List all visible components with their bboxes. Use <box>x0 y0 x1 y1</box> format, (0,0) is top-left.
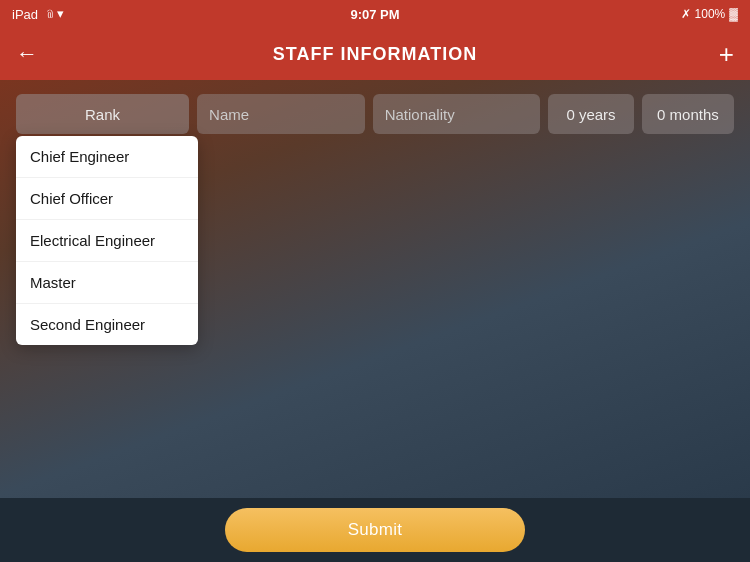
years-field[interactable]: 0 years <box>548 94 634 134</box>
wifi-icon: ﹫▾ <box>44 5 64 23</box>
dropdown-item-second-engineer[interactable]: Second Engineer <box>16 304 198 345</box>
dropdown-item-chief-officer[interactable]: Chief Officer <box>16 178 198 220</box>
submit-button[interactable]: Submit <box>225 508 525 552</box>
status-right: ✗ 100% ▓ <box>681 7 738 21</box>
device-label: iPad <box>12 7 38 22</box>
add-button[interactable]: + <box>719 41 734 67</box>
dropdown-item-chief-engineer[interactable]: Chief Engineer <box>16 136 198 178</box>
bluetooth-icon: ✗ <box>681 7 691 21</box>
dropdown-item-electrical-engineer[interactable]: Electrical Engineer <box>16 220 198 262</box>
battery-icon: ▓ <box>729 7 738 21</box>
status-bar: iPad ﹫▾ 9:07 PM ✗ 100% ▓ <box>0 0 750 28</box>
name-field[interactable]: Name <box>197 94 365 134</box>
name-placeholder: Name <box>209 106 249 123</box>
dropdown-item-master[interactable]: Master <box>16 262 198 304</box>
rank-dropdown: Chief Engineer Chief Officer Electrical … <box>16 136 198 345</box>
months-label: 0 months <box>657 106 719 123</box>
back-button[interactable]: ← <box>16 41 38 67</box>
bottom-bar: Submit <box>0 498 750 562</box>
rank-field[interactable]: Rank Chief Engineer Chief Officer Electr… <box>16 94 189 134</box>
battery-label: 100% <box>695 7 726 21</box>
form-row: Rank Chief Engineer Chief Officer Electr… <box>16 94 734 134</box>
page-title: STAFF INFORMATION <box>273 44 477 65</box>
status-time: 9:07 PM <box>350 7 399 22</box>
years-label: 0 years <box>566 106 615 123</box>
rank-placeholder: Rank <box>85 106 120 123</box>
nationality-field[interactable]: Nationality <box>373 94 541 134</box>
app-header: ← STAFF INFORMATION + <box>0 28 750 80</box>
main-content: Rank Chief Engineer Chief Officer Electr… <box>0 80 750 498</box>
nationality-placeholder: Nationality <box>385 106 455 123</box>
months-field[interactable]: 0 months <box>642 94 734 134</box>
status-left: iPad ﹫▾ <box>12 5 64 23</box>
